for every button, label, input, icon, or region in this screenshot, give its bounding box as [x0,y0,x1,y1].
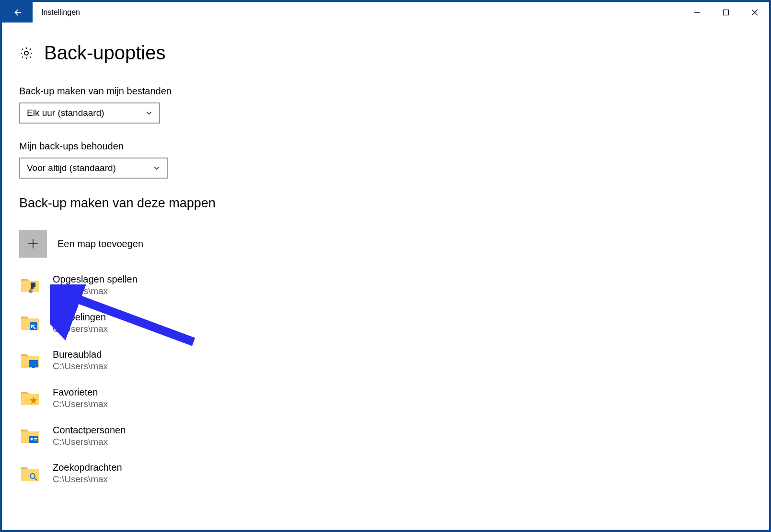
folder-texts: Favorieten C:\Users\max [53,386,108,410]
svg-point-5 [24,51,28,55]
keep-backups-dropdown[interactable]: Voor altijd (standaard) [19,158,168,179]
folder-texts: Opgeslagen spellen C:\Users\max [53,273,138,297]
svg-rect-11 [32,367,35,368]
folder-name: Zoekopdrachten [53,461,122,474]
chevron-down-icon [153,165,160,171]
folder-name: Koppelingen [53,311,108,323]
gear-icon [19,46,34,60]
folder-name: Contactpersonen [53,424,126,436]
folder-item[interactable]: Contactpersonen C:\Users\max [19,424,769,448]
chevron-down-icon [146,110,152,116]
close-icon [751,9,758,16]
folder-texts: Bureaublad C:\Users\max [53,348,108,373]
page-title: Back-upopties [44,42,165,64]
back-arrow-icon [12,7,23,18]
backup-frequency-value: Elk uur (standaard) [27,108,104,118]
folder-path: C:\Users\max [53,398,108,410]
content-area: Back-upopties Back-up maken van mijn bes… [2,23,769,486]
add-folder-label: Een map toevoegen [58,238,143,249]
page-header: Back-upopties [19,42,769,64]
title-bar: Instellingen [2,2,769,23]
folder-path: C:\Users\max [53,323,108,335]
backup-frequency-label: Back-up maken van mijn bestanden [19,86,769,97]
plus-icon [27,238,39,250]
svg-point-13 [31,438,33,441]
svg-rect-10 [29,360,38,367]
folder-path: C:\Users\max [53,474,122,486]
folder-name: Favorieten [53,386,108,398]
close-button[interactable] [740,2,769,23]
folder-icon [19,463,41,485]
folder-list: Opgeslagen spellen C:\Users\max Koppelin… [19,273,769,486]
keep-backups-label: Mijn back-ups behouden [19,141,769,152]
maximize-icon [723,9,729,16]
svg-rect-15 [34,440,37,441]
svg-rect-14 [34,438,37,439]
folder-item[interactable]: Koppelingen C:\Users\max [19,311,769,335]
back-button[interactable] [2,2,33,23]
folder-item[interactable]: Opgeslagen spellen C:\Users\max [19,273,769,297]
folder-icon [19,312,41,334]
backup-frequency-dropdown[interactable]: Elk uur (standaard) [19,102,160,124]
maximize-button[interactable] [712,2,740,23]
add-folder-button[interactable]: Een map toevoegen [19,230,769,258]
folder-item[interactable]: Favorieten C:\Users\max [19,386,769,410]
svg-rect-9 [30,322,37,330]
window-controls [683,2,769,23]
folder-path: C:\Users\max [53,436,126,448]
keep-backups-value: Voor altijd (standaard) [27,163,116,173]
folders-heading: Back-up maken van deze mappen [19,196,769,211]
folder-texts: Zoekopdrachten C:\Users\max [53,461,122,486]
folder-texts: Koppelingen C:\Users\max [53,311,108,335]
window-title: Instellingen [33,2,683,23]
folder-icon [19,387,41,409]
svg-point-8 [29,289,33,293]
folder-path: C:\Users\max [53,285,138,297]
minimize-icon [694,9,701,16]
folder-item[interactable]: Bureaublad C:\Users\max [19,348,769,373]
folder-icon [19,350,41,372]
folder-name: Bureaublad [53,348,108,361]
folder-name: Opgeslagen spellen [53,273,138,285]
folder-item[interactable]: Zoekopdrachten C:\Users\max [19,461,769,486]
svg-rect-2 [724,10,729,15]
folder-icon [19,274,41,296]
folder-path: C:\Users\max [53,361,108,373]
folder-texts: Contactpersonen C:\Users\max [53,424,126,448]
add-folder-icon-box [19,230,47,258]
folder-icon [19,425,41,447]
minimize-button[interactable] [683,2,712,23]
